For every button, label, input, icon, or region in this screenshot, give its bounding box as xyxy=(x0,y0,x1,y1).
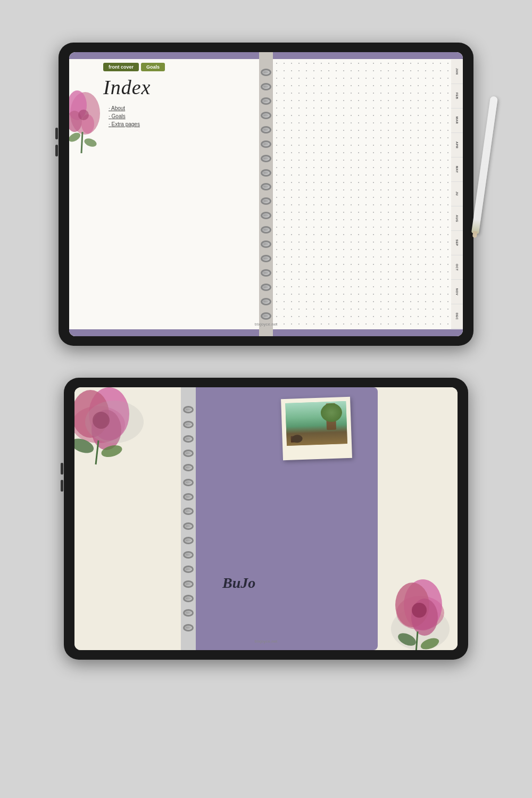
cover-right-area xyxy=(378,387,458,650)
coil-3 xyxy=(261,97,271,105)
notebook-1: front cover Goals Index About Goals Extr… xyxy=(69,52,463,336)
tab-nov[interactable]: NOV xyxy=(451,280,463,304)
coil-6 xyxy=(261,140,271,148)
svg-point-1 xyxy=(69,90,87,120)
cover-coil-16 xyxy=(183,624,194,631)
nav-tabs: front cover Goals xyxy=(103,63,254,71)
coil-17 xyxy=(261,298,271,305)
cover-left-area xyxy=(74,387,181,650)
cover-coil-3 xyxy=(183,435,194,443)
vol-btn-1[interactable] xyxy=(61,463,63,475)
tablet-1-side-buttons xyxy=(55,128,58,156)
tab-mar[interactable]: MAR xyxy=(451,109,463,133)
svg-point-22 xyxy=(412,603,427,618)
tab-oct[interactable]: OCT xyxy=(451,255,463,280)
cover-coil-13 xyxy=(183,580,194,588)
polaroid-photo xyxy=(281,397,352,460)
cover-coil-2 xyxy=(183,421,194,428)
coil-2 xyxy=(261,83,271,90)
coil-1 xyxy=(261,69,271,76)
coil-18 xyxy=(261,312,271,320)
tablet-2: BuJo trixjoyce.net xyxy=(64,378,468,660)
cover-coil-1 xyxy=(183,406,194,413)
tab-jun[interactable]: JU xyxy=(451,182,463,206)
coil-12 xyxy=(261,226,271,234)
polaroid-image xyxy=(285,401,347,446)
cover-coil-6 xyxy=(183,479,194,486)
tablet-2-screen: BuJo trixjoyce.net xyxy=(74,387,458,650)
cover-page: BuJo xyxy=(196,387,378,650)
svg-point-3 xyxy=(81,114,94,134)
coil-11 xyxy=(261,212,271,219)
coil-15 xyxy=(261,269,271,277)
flower-decoration-left xyxy=(69,84,104,153)
watermark-2: trixjoyce.net xyxy=(255,639,278,644)
tab-sep[interactable]: SEP xyxy=(451,231,463,255)
tab-apr[interactable]: APR xyxy=(451,133,463,157)
index-list: About Goals Extra pages xyxy=(109,105,254,127)
coil-7 xyxy=(261,155,271,162)
cover-coil-14 xyxy=(183,595,194,602)
svg-point-2 xyxy=(69,111,82,132)
tab-may[interactable]: MAY xyxy=(451,157,463,182)
cover-coil-9 xyxy=(183,522,194,530)
flower-bottom-right xyxy=(378,570,458,650)
tab-dec[interactable]: DEC xyxy=(451,304,463,329)
volume-button-2[interactable] xyxy=(55,145,58,156)
coil-9 xyxy=(261,183,271,190)
index-item-goals[interactable]: Goals xyxy=(109,113,254,119)
cover-coil-10 xyxy=(183,537,194,544)
index-item-extra[interactable]: Extra pages xyxy=(109,121,254,127)
volume-button-1[interactable] xyxy=(55,128,58,139)
index-title: Index xyxy=(103,76,254,99)
coil-8 xyxy=(261,169,271,177)
coil-14 xyxy=(261,255,271,262)
cover-coil-7 xyxy=(183,493,194,501)
cover-spiral-binding xyxy=(181,387,196,650)
coil-13 xyxy=(261,240,271,248)
cover-coil-8 xyxy=(183,508,194,515)
tab-jan[interactable]: JAN xyxy=(451,60,463,84)
cover-coil-5 xyxy=(183,464,194,471)
tab-goals[interactable]: Goals xyxy=(141,63,165,71)
vol-btn-2[interactable] xyxy=(61,480,63,492)
tablet-2-side-buttons xyxy=(61,463,63,492)
month-tabs: JAN FEB MAR APR MAY JU AUG SEP OCT NOV D… xyxy=(451,60,463,329)
tab-feb[interactable]: FEB xyxy=(451,84,463,109)
svg-line-5 xyxy=(81,132,82,153)
svg-point-7 xyxy=(83,137,97,148)
spiral-binding xyxy=(259,52,273,336)
coil-4 xyxy=(261,112,271,119)
cover-coil-4 xyxy=(183,450,194,457)
tab-aug[interactable]: AUG xyxy=(451,206,463,231)
left-page: front cover Goals Index About Goals Extr… xyxy=(69,52,259,336)
cover-coil-11 xyxy=(183,551,194,559)
apple-pencil xyxy=(471,96,498,234)
tablet-1-screen: front cover Goals Index About Goals Extr… xyxy=(69,52,463,336)
svg-point-6 xyxy=(69,131,82,144)
index-item-about[interactable]: About xyxy=(109,105,254,111)
watermark-1: trixjoyce.net xyxy=(255,322,278,327)
coil-10 xyxy=(261,197,271,205)
right-page: JAN FEB MAR APR MAY JU AUG SEP OCT NOV D… xyxy=(273,52,463,336)
flower-top-left xyxy=(74,387,152,467)
cover-coil-15 xyxy=(183,609,194,617)
bujo-title: BuJo xyxy=(222,575,255,592)
coil-16 xyxy=(261,284,271,291)
svg-point-16 xyxy=(85,401,144,443)
tablet-1: front cover Goals Index About Goals Extr… xyxy=(59,43,473,346)
tab-front-cover[interactable]: front cover xyxy=(103,63,139,71)
coil-5 xyxy=(261,126,271,134)
svg-point-4 xyxy=(78,110,89,120)
cover-coil-12 xyxy=(183,566,194,573)
svg-point-0 xyxy=(70,92,100,135)
